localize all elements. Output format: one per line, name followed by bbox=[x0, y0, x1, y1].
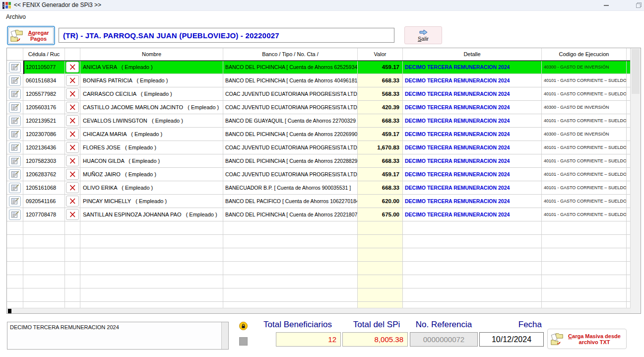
banco-cell: BANCO DEL PICHINCHA [ Cuenta de Ahorros … bbox=[223, 74, 358, 87]
header-detalle: Detalle bbox=[403, 48, 542, 60]
delete-row-button[interactable] bbox=[66, 62, 79, 72]
codigo-cell: 40101 - GASTO CORRIENTE – SUELDOS bbox=[542, 74, 627, 87]
salir-button[interactable]: Salir bbox=[404, 26, 442, 44]
detalle-cell: DECIMO TERCERA REMUNERACION 2024 bbox=[403, 154, 542, 167]
delete-cell bbox=[65, 87, 80, 100]
minimize-button[interactable] bbox=[598, 0, 615, 11]
table-row[interactable]: 1205577982 CARRASCO CECILIA ( Empleado )… bbox=[7, 87, 630, 101]
delete-row-button[interactable] bbox=[66, 169, 79, 180]
spacer-cell bbox=[627, 101, 630, 114]
table-row[interactable]: 1207582303 HUACON GILDA ( Empleado ) BAN… bbox=[7, 154, 630, 168]
table-row[interactable]: 1202307086 CHICAIZA MARIA ( Empleado ) B… bbox=[7, 128, 630, 141]
valor-cell: 1,670.83 bbox=[358, 141, 403, 154]
row-selector-cell bbox=[7, 141, 23, 154]
edit-row-button[interactable] bbox=[9, 89, 21, 99]
delete-cell bbox=[65, 181, 80, 194]
delete-x-icon bbox=[69, 212, 75, 217]
edit-row-button[interactable] bbox=[9, 183, 21, 193]
valor-cell: 620.00 bbox=[358, 195, 403, 208]
edit-row-button[interactable] bbox=[9, 62, 21, 72]
edit-row-button[interactable] bbox=[9, 116, 21, 126]
vertical-scrollbar[interactable] bbox=[630, 48, 641, 313]
delete-x-icon bbox=[69, 104, 75, 110]
edit-row-button[interactable] bbox=[9, 102, 21, 113]
restore-icon bbox=[636, 2, 642, 8]
spacer-cell bbox=[627, 154, 630, 167]
nombre-cell: BONIFAS PATRICIA ( Empleado ) bbox=[80, 74, 223, 87]
empty-table-row[interactable] bbox=[7, 288, 630, 302]
edit-row-button[interactable] bbox=[9, 129, 21, 140]
delete-row-button[interactable] bbox=[66, 102, 79, 113]
codigo-cell: 40101 - GASTO CORRIENTE – SUELDOS bbox=[542, 87, 627, 100]
nombre-cell: OLIVO ERIKA ( Empleado ) bbox=[80, 181, 223, 194]
delete-row-button[interactable] bbox=[66, 155, 79, 166]
valor-cell: 459.17 bbox=[358, 61, 403, 73]
edit-row-button[interactable] bbox=[9, 75, 21, 86]
edit-row-button[interactable] bbox=[9, 143, 21, 153]
edit-row-button[interactable] bbox=[9, 169, 21, 180]
bulk-load-icon bbox=[550, 332, 565, 347]
detalle-textarea[interactable]: DECIMO TERCERA REMUNERACION 2024 bbox=[7, 322, 229, 350]
entity-title-text: (TR) - JTA. PARROQ.SAN JUAN (PUEBLOVIEJO… bbox=[63, 31, 279, 40]
horizontal-scrollbar-thumb[interactable] bbox=[8, 309, 11, 313]
codigo-cell: 40101 - GASTO CORRIENTE – SUELDOS bbox=[542, 141, 627, 154]
delete-x-icon bbox=[69, 185, 75, 191]
horizontal-scrollbar[interactable] bbox=[7, 308, 631, 313]
codigo-cell: 40101 - GASTO CORRIENTE – SUELDOS bbox=[542, 208, 627, 221]
empty-table-row[interactable] bbox=[7, 248, 630, 262]
delete-row-button[interactable] bbox=[66, 115, 79, 126]
carga-masiva-button[interactable]: Carga Masiva desdearchivo TXT bbox=[547, 329, 627, 349]
vertical-scrollbar-thumb[interactable] bbox=[632, 49, 640, 94]
delete-row-button[interactable] bbox=[66, 75, 79, 86]
valor-cell: 668.33 bbox=[358, 74, 403, 87]
delete-row-button[interactable] bbox=[66, 88, 79, 99]
header-banco: Banco / Tipo / No. Cta / bbox=[223, 48, 358, 60]
delete-row-button[interactable] bbox=[66, 209, 79, 220]
banco-cell: BANCO DEL PICHINCHA [ Cuenta de Ahorros … bbox=[223, 61, 358, 73]
nombre-cell: MUÑOZ JAIRO ( Empleado ) bbox=[80, 168, 223, 181]
table-row[interactable]: 1202136436 FLORES JOSE ( Empleado ) COAC… bbox=[7, 141, 630, 154]
valor-cell: 459.17 bbox=[358, 128, 403, 141]
restore-button[interactable] bbox=[630, 0, 644, 11]
entity-title-field[interactable]: (TR) - JTA. PARROQ.SAN JUAN (PUEBLOVIEJO… bbox=[59, 28, 394, 43]
table-row[interactable]: 0601516834 BONIFAS PATRICIA ( Empleado )… bbox=[7, 74, 630, 87]
empty-table-row[interactable] bbox=[7, 275, 630, 288]
minimize-icon bbox=[603, 2, 609, 8]
lock-icon[interactable] bbox=[239, 322, 248, 330]
edit-form-icon bbox=[11, 131, 19, 138]
nombre-cell: SANTILLAN ESPINOZA JOHANNA PAO ( Emplead… bbox=[80, 208, 223, 221]
total-beneficiarios-label: Total Beneficiarios bbox=[253, 320, 342, 330]
empty-table-row[interactable] bbox=[7, 262, 630, 275]
delete-row-button[interactable] bbox=[66, 129, 79, 140]
table-row[interactable]: 0920541166 PINCAY MICHELLY ( Empleado ) … bbox=[7, 195, 630, 208]
table-row[interactable]: 1205161068 OLIVO ERIKA ( Empleado ) BANE… bbox=[7, 181, 630, 195]
detalle-cell: DECIMO TERCERA REMUNERACION 2024 bbox=[403, 114, 542, 127]
delete-row-button[interactable] bbox=[66, 196, 79, 207]
delete-row-button[interactable] bbox=[66, 142, 79, 153]
table-row[interactable]: 1207708478 SANTILLAN ESPINOZA JOHANNA PA… bbox=[7, 208, 630, 221]
delete-row-button[interactable] bbox=[66, 182, 79, 193]
detalle-cell: DECIMO TERCERA REMUNERACION 2024 bbox=[403, 141, 542, 154]
empty-table-row[interactable] bbox=[7, 235, 630, 248]
edit-row-button[interactable] bbox=[9, 196, 21, 207]
textarea-scrollbar[interactable] bbox=[221, 322, 228, 349]
total-spi-field: 8,005.38 bbox=[342, 332, 408, 347]
row-selector-cell bbox=[7, 181, 23, 194]
delete-x-icon bbox=[69, 91, 75, 97]
spacer-cell bbox=[627, 208, 630, 221]
edit-row-button[interactable] bbox=[9, 210, 21, 220]
edit-row-button[interactable] bbox=[9, 156, 21, 166]
edit-form-icon bbox=[11, 171, 19, 178]
agregar-pagos-button[interactable]: AgregarPagos bbox=[7, 26, 55, 45]
table-row[interactable]: 1206283762 MUÑOZ JAIRO ( Empleado ) COAC… bbox=[7, 168, 630, 181]
cedula-cell: 1205603176 bbox=[23, 101, 65, 114]
table-row[interactable]: 1202139521 CEVALLOS LIWINSGTON ( Emplead… bbox=[7, 114, 630, 128]
table-row[interactable]: 1201105077 ANICIA VERA ( Empleado ) BANC… bbox=[7, 61, 630, 74]
empty-table-row[interactable] bbox=[7, 221, 630, 235]
menu-archivo[interactable]: Archivo bbox=[4, 13, 28, 21]
header-nombre: Nombre bbox=[80, 48, 223, 60]
fecha-field[interactable]: 10/12/2024 bbox=[479, 332, 544, 347]
gray-indicator-button[interactable] bbox=[239, 337, 248, 346]
table-row[interactable]: 1205603176 CASTILLO JACOME MARLON JACINT… bbox=[7, 101, 630, 114]
delete-x-icon bbox=[69, 171, 75, 177]
